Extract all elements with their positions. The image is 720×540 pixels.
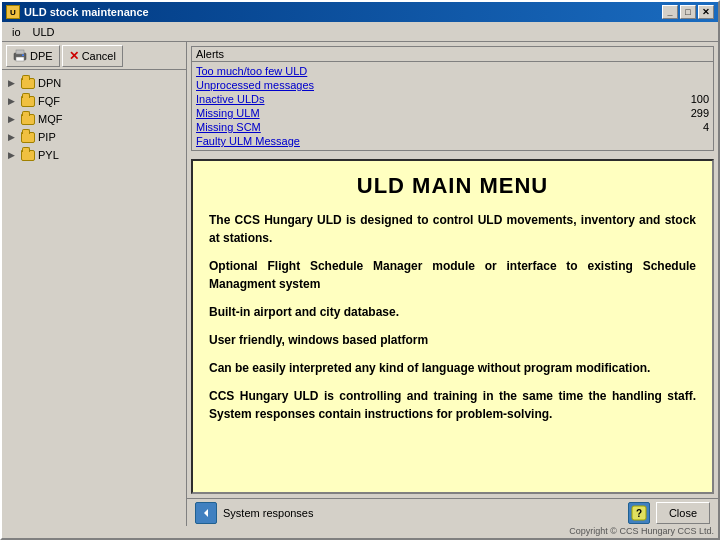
tree-label-pip: PIP — [38, 131, 56, 143]
svg-text:?: ? — [636, 508, 642, 519]
maximize-button[interactable]: □ — [680, 5, 696, 19]
tree-expand-pyl: ▶ — [8, 150, 18, 160]
paragraph-3: User friendly, windows based platform — [209, 331, 696, 349]
prev-nav-button[interactable] — [195, 502, 217, 524]
alert-row-3: Missing ULM 299 — [196, 106, 709, 120]
svg-rect-1 — [16, 50, 24, 54]
folder-icon-pip — [21, 130, 35, 144]
menu-item-uld[interactable]: ULD — [27, 24, 61, 40]
alert-value-2: 100 — [679, 93, 709, 105]
alert-value-4: 4 — [679, 121, 709, 133]
bottom-right: ? Close — [628, 502, 710, 524]
right-panel: Alerts Too much/too few ULD Unprocessed … — [187, 42, 718, 526]
paragraph-2: Built-in airport and city database. — [209, 303, 696, 321]
paragraph-5: CCS Hungary ULD is controlling and train… — [209, 387, 696, 423]
paragraph-1: Optional Flight Schedule Manager module … — [209, 257, 696, 293]
left-panel: DPE ✕ Cancel ▶ DPN ▶ FQF — [2, 42, 187, 526]
dpe-button[interactable]: DPE — [6, 45, 60, 67]
printer-icon — [13, 49, 27, 63]
alert-value-3: 299 — [679, 107, 709, 119]
dpe-label: DPE — [30, 50, 53, 62]
title-bar-left: U ULD stock maintenance — [6, 5, 149, 19]
alerts-header: Alerts — [192, 47, 713, 62]
alerts-panel: Alerts Too much/too few ULD Unprocessed … — [191, 46, 714, 151]
cancel-icon: ✕ — [69, 49, 79, 63]
window-icon: U — [6, 5, 20, 19]
tree-expand-pip: ▶ — [8, 132, 18, 142]
folder-icon-fqf — [21, 94, 35, 108]
tree-label-pyl: PYL — [38, 149, 59, 161]
tree-label-fqf: FQF — [38, 95, 60, 107]
folder-icon-mqf — [21, 112, 35, 126]
tree-expand-dpn: ▶ — [8, 78, 18, 88]
tree-label-dpn: DPN — [38, 77, 61, 89]
description-area: ULD MAIN MENU The CCS Hungary ULD is des… — [191, 159, 714, 494]
folder-icon-dpn — [21, 76, 35, 90]
window-title: ULD stock maintenance — [24, 6, 149, 18]
bottom-bar: System responses ? Close — [187, 498, 718, 526]
tree-item-pyl[interactable]: ▶ PYL — [6, 146, 182, 164]
tree-expand-mqf: ▶ — [8, 114, 18, 124]
svg-rect-3 — [22, 54, 24, 56]
tree-item-fqf[interactable]: ▶ FQF — [6, 92, 182, 110]
alert-label-4[interactable]: Missing SCM — [196, 121, 261, 133]
paragraph-0: The CCS Hungary ULD is designed to contr… — [209, 211, 696, 247]
alert-row-5: Faulty ULM Message — [196, 134, 709, 148]
alert-label-1[interactable]: Unprocessed messages — [196, 79, 314, 91]
menu-bar: io ULD — [2, 22, 718, 42]
alert-label-5[interactable]: Faulty ULM Message — [196, 135, 300, 147]
cancel-label: Cancel — [82, 50, 116, 62]
alert-row-1: Unprocessed messages — [196, 78, 709, 92]
svg-rect-2 — [16, 57, 24, 61]
alerts-content: Too much/too few ULD Unprocessed message… — [192, 62, 713, 150]
main-content: DPE ✕ Cancel ▶ DPN ▶ FQF — [2, 42, 718, 526]
status-text: System responses — [223, 507, 313, 519]
alert-row-0: Too much/too few ULD — [196, 64, 709, 78]
tree-item-dpn[interactable]: ▶ DPN — [6, 74, 182, 92]
title-bar-buttons: _ □ ✕ — [662, 5, 714, 19]
minimize-button[interactable]: _ — [662, 5, 678, 19]
folder-icon-pyl — [21, 148, 35, 162]
help-icon[interactable]: ? — [628, 502, 650, 524]
paragraph-4: Can be easily interpreted any kind of la… — [209, 359, 696, 377]
alert-label-3[interactable]: Missing ULM — [196, 107, 260, 119]
alert-label-2[interactable]: Inactive ULDs — [196, 93, 264, 105]
tree-expand-fqf: ▶ — [8, 96, 18, 106]
tree-view: ▶ DPN ▶ FQF ▶ MQF ▶ PIP — [2, 70, 186, 526]
tree-item-mqf[interactable]: ▶ MQF — [6, 110, 182, 128]
copyright: Copyright © CCS Hungary CCS Ltd. — [2, 526, 718, 538]
alert-row-4: Missing SCM 4 — [196, 120, 709, 134]
alert-label-0[interactable]: Too much/too few ULD — [196, 65, 307, 77]
toolbar: DPE ✕ Cancel — [2, 42, 186, 70]
cancel-button[interactable]: ✕ Cancel — [62, 45, 123, 67]
tree-item-pip[interactable]: ▶ PIP — [6, 128, 182, 146]
close-button[interactable]: Close — [656, 502, 710, 524]
main-window: U ULD stock maintenance _ □ ✕ io ULD — [0, 0, 720, 540]
bottom-left: System responses — [195, 502, 313, 524]
title-bar: U ULD stock maintenance _ □ ✕ — [2, 2, 718, 22]
close-window-button[interactable]: ✕ — [698, 5, 714, 19]
tree-label-mqf: MQF — [38, 113, 62, 125]
alert-row-2: Inactive ULDs 100 — [196, 92, 709, 106]
menu-item-io[interactable]: io — [6, 24, 27, 40]
main-title: ULD MAIN MENU — [209, 173, 696, 199]
